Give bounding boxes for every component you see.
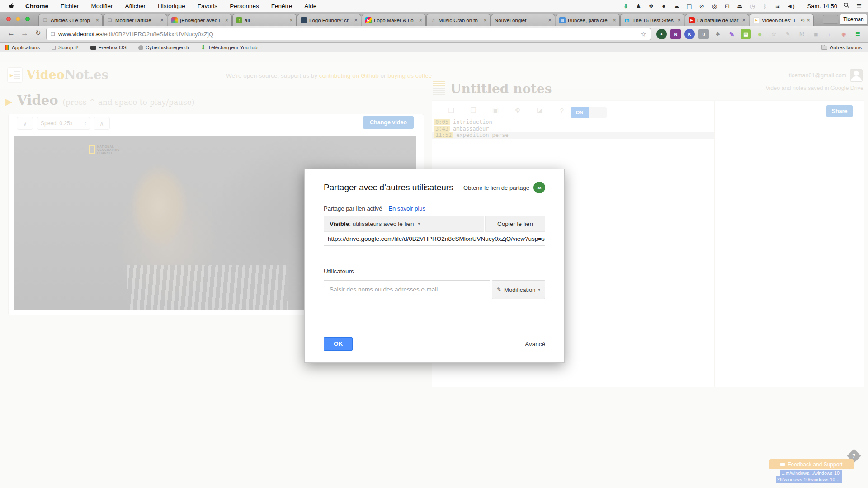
menu-item[interactable]: Personnes <box>230 3 259 9</box>
new-tab-button[interactable] <box>823 15 838 24</box>
tab-audio-icon[interactable]: ◄) <box>800 18 805 22</box>
wifi-icon[interactable]: ≋ <box>774 3 781 9</box>
ok-button[interactable]: OK <box>324 337 353 351</box>
permission-dropdown[interactable]: ✎ Modification ▾ <box>492 280 545 299</box>
menu-item[interactable]: Afficher <box>125 3 146 9</box>
profile-button[interactable]: Ticeman <box>840 14 867 25</box>
evernote-icon[interactable]: ● <box>656 29 667 39</box>
browser-tab[interactable]: The 15 Best Sites ◄) × <box>620 14 684 26</box>
tab-close-icon[interactable]: × <box>225 17 228 23</box>
screenshare-icon[interactable]: ▤ <box>685 3 693 9</box>
feather-icon[interactable]: ✎ <box>783 29 793 39</box>
menu-item[interactable]: Fenêtre <box>271 3 292 9</box>
browser-tab[interactable]: Music Crab on th ◄) × <box>426 14 491 26</box>
gatekeeper-icon[interactable]: ♟ <box>635 3 642 9</box>
bookmark-item[interactable]: Cyberhistoiregeo.fr <box>138 45 189 50</box>
browser-tab[interactable]: [Enseigner avec l ◄) × <box>168 14 232 26</box>
k-badge-icon[interactable]: K <box>684 29 695 39</box>
tab-title: all <box>245 18 288 23</box>
download-menubar-icon[interactable]: ⇩ <box>622 3 629 9</box>
back-button[interactable]: ← <box>7 29 15 38</box>
tab-close-icon[interactable]: × <box>354 17 358 23</box>
advanced-link[interactable]: Avancé <box>525 341 545 347</box>
notifier-icon[interactable]: N! <box>797 29 807 39</box>
zoom-window-button[interactable] <box>25 17 30 21</box>
tab-title: Logo Foundry: cr <box>309 18 353 23</box>
eject-icon[interactable]: ⏏ <box>736 3 743 9</box>
display-icon[interactable]: ⊡ <box>723 3 731 9</box>
onenote-icon[interactable]: N <box>670 29 681 39</box>
page-security-icon[interactable]: ❏ <box>51 31 55 37</box>
menu-item[interactable]: Favoris <box>198 3 217 9</box>
tab-close-icon[interactable]: × <box>548 17 552 23</box>
pen-icon[interactable]: ✎ <box>726 29 737 39</box>
menu-ext-icon[interactable]: ☰ <box>853 29 863 39</box>
bookmark-item[interactable]: Freebox OS <box>90 45 127 50</box>
browser-tab[interactable]: Buncee, para cre ◄) × <box>556 14 620 26</box>
browser-tab[interactable]: all ◄) × <box>232 14 297 26</box>
spotlight-icon[interactable] <box>843 2 850 9</box>
browser-toolbar: ← → ↻ ❏ www.videonot.es /edit/0B2VHPRO2n… <box>0 26 868 43</box>
tab-close-icon[interactable]: × <box>160 17 164 23</box>
tab-close-icon[interactable]: × <box>613 17 616 23</box>
menu-clock[interactable]: Sam. 14:50 <box>807 3 838 9</box>
alert-icon[interactable]: ◉ <box>839 29 849 39</box>
tab-close-icon[interactable]: × <box>95 17 99 23</box>
bookmark-star-icon[interactable]: ☆ <box>641 30 646 38</box>
browser-tab[interactable]: Logo Foundry: cr ◄) × <box>297 14 361 26</box>
bluetooth-icon[interactable]: ᛒ <box>761 3 769 9</box>
muted-speaker-icon[interactable]: ⊘ <box>698 3 705 9</box>
browser-tab[interactable]: Logo Maker & Lo ◄) × <box>362 14 426 26</box>
invite-people-input[interactable] <box>324 280 490 298</box>
address-bar[interactable]: ❏ www.videonot.es /edit/0B2VHPRO2n8eSMkx… <box>46 28 651 40</box>
rss-icon[interactable]: ◗ <box>825 29 835 39</box>
minimize-window-button[interactable] <box>16 17 20 21</box>
bookmark-item[interactable]: Applications <box>5 45 40 50</box>
browser-tab[interactable]: Articles ‹ Le prop ◄) × <box>38 14 103 26</box>
tab-close-icon[interactable]: × <box>807 17 810 23</box>
tab-close-icon[interactable]: × <box>289 17 293 23</box>
tab-close-icon[interactable]: × <box>742 17 745 23</box>
notepad-icon[interactable]: ▤ <box>741 29 751 39</box>
drop-icon[interactable]: ● <box>660 3 667 9</box>
visibility-dropdown[interactable]: Visible : utilisateurs avec le lien ▾ <box>324 216 484 232</box>
browser-tab[interactable]: VideoNot.es: T ◄) × <box>750 14 814 26</box>
bookmark-item[interactable]: Scoop.it! <box>52 45 79 51</box>
apple-menu-icon[interactable] <box>9 2 15 9</box>
menu-item[interactable]: Fichier <box>61 3 79 9</box>
close-window-button[interactable] <box>6 17 11 21</box>
notification-center-icon[interactable]: ☰ <box>855 3 863 9</box>
get-link-label: Obtenir le lien de partage <box>463 184 529 191</box>
menu-item[interactable]: Aide <box>304 3 316 9</box>
bookmark-item[interactable]: Téléchargeur YouTub <box>201 44 258 51</box>
reload-button[interactable]: ↻ <box>35 29 41 37</box>
get-shareable-link[interactable]: Obtenir le lien de partage ∞ <box>463 182 545 193</box>
menu-item[interactable]: Modifier <box>91 3 113 9</box>
gear-icon[interactable]: ✱ <box>712 29 723 39</box>
browser-tab[interactable]: Modifier l'article ◄) × <box>103 14 167 26</box>
volume-icon[interactable]: ◄) <box>787 3 794 9</box>
creative-cloud-icon[interactable]: ◎ <box>711 3 718 9</box>
link-icon[interactable]: ∞ <box>533 182 545 193</box>
egg-icon[interactable]: ● <box>755 29 765 39</box>
tab-close-icon[interactable]: × <box>483 17 487 23</box>
tab-close-icon[interactable]: × <box>419 17 422 23</box>
users-label: Utilisateurs <box>324 268 545 275</box>
time-machine-icon[interactable]: ◷ <box>749 3 756 9</box>
other-bookmarks-button[interactable]: Autres favoris <box>821 45 862 50</box>
menu-item[interactable]: Historique <box>158 3 185 9</box>
menu-item[interactable]: Chrome <box>25 3 48 9</box>
cloud-icon[interactable]: ☁ <box>673 3 680 9</box>
learn-more-link[interactable]: En savoir plus <box>388 205 425 212</box>
copy-link-button[interactable]: Copier le lien <box>485 216 545 232</box>
dropbox-icon[interactable]: ❖ <box>647 3 655 9</box>
pocket-icon[interactable]: 0 <box>698 29 709 39</box>
forward-button[interactable]: → <box>21 29 28 38</box>
share-url-field[interactable]: https://drive.google.com/file/d/0B2VHPRO… <box>324 232 545 246</box>
browser-tab[interactable]: La bataille de Mar ◄) × <box>685 14 749 26</box>
star-ext-icon[interactable]: ✩ <box>769 29 779 39</box>
other-bookmarks-label: Autres favoris <box>830 45 862 50</box>
disk-icon[interactable]: ▣ <box>811 29 821 39</box>
tab-close-icon[interactable]: × <box>677 17 681 23</box>
browser-tab[interactable]: Nouvel onglet ◄) × <box>491 14 555 26</box>
